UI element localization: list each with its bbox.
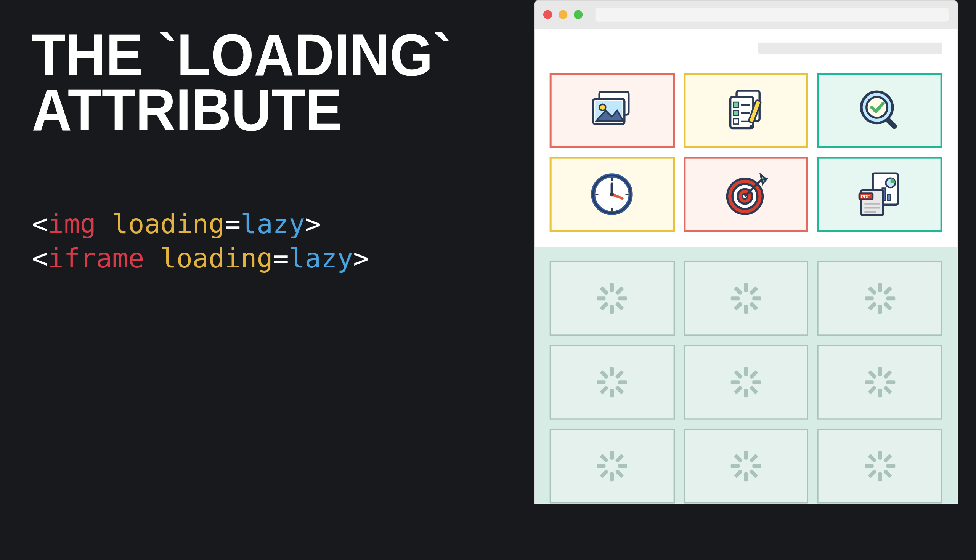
- browser-titlebar: [535, 1, 958, 28]
- address-bar: [595, 8, 949, 22]
- code-value-lazy: lazy: [289, 242, 353, 273]
- lazy-image-placeholder: [817, 261, 943, 336]
- zoom-icon: [574, 10, 583, 19]
- page-header-placeholder: [758, 43, 942, 54]
- loaded-image-card: PDF: [817, 157, 943, 232]
- svg-rect-6: [734, 102, 739, 107]
- loading-spinner-icon: [731, 283, 761, 313]
- lazy-images-grid: [550, 261, 943, 503]
- loading-spinner-icon: [597, 451, 628, 481]
- code-tag-iframe: iframe: [48, 242, 144, 273]
- lazy-image-placeholder: [550, 428, 675, 503]
- loading-spinner-icon: [731, 451, 761, 481]
- code-tag-img: img: [48, 208, 96, 240]
- close-icon: [543, 10, 552, 19]
- pdf-report-icon: PDF: [854, 168, 906, 220]
- svg-rect-16: [884, 117, 898, 130]
- heading-line-2: ATTRIBUTE: [32, 83, 486, 138]
- loaded-image-card: [684, 157, 809, 232]
- lazy-image-placeholder: [684, 428, 809, 503]
- lazy-image-placeholder: [550, 345, 675, 420]
- svg-text:PDF: PDF: [861, 194, 870, 200]
- clock-icon: [586, 168, 638, 220]
- loaded-image-card: [550, 73, 675, 148]
- browser-mockup: PDF: [534, 0, 958, 504]
- code-snippet: <img loading=lazy> <iframe loading=lazy>: [32, 207, 515, 275]
- loaded-image-card: [684, 73, 809, 148]
- code-attr-loading: loading: [112, 208, 224, 240]
- code-attr-loading: loading: [160, 242, 273, 273]
- loading-spinner-icon: [597, 367, 628, 397]
- svg-point-3: [600, 104, 606, 110]
- slide-heading: THE `LOADING` ATTRIBUTE: [32, 28, 486, 137]
- lazy-image-placeholder: [817, 428, 943, 503]
- svg-rect-8: [734, 119, 739, 124]
- lazy-image-placeholder: [684, 345, 809, 420]
- svg-rect-35: [887, 194, 890, 200]
- target-icon: [720, 168, 772, 220]
- loading-spinner-icon: [597, 283, 628, 313]
- checklist-icon: [720, 85, 772, 137]
- lazy-image-placeholder: [817, 345, 943, 420]
- lazy-image-placeholder: [684, 261, 809, 336]
- svg-point-25: [610, 192, 614, 197]
- code-value-lazy: lazy: [241, 208, 305, 240]
- browser-viewport: PDF: [535, 28, 958, 503]
- loaded-images-grid: PDF: [550, 73, 943, 232]
- lazy-image-placeholder: [550, 261, 675, 336]
- search-check-icon: [854, 85, 906, 137]
- loading-spinner-icon: [731, 367, 761, 397]
- heading-line-1: THE `LOADING`: [32, 28, 486, 83]
- minimize-icon: [558, 10, 567, 19]
- loading-spinner-icon: [865, 451, 895, 481]
- svg-point-15: [866, 97, 887, 118]
- below-fold-section: [535, 247, 958, 503]
- loaded-image-card: [817, 73, 943, 148]
- photos-icon: [586, 85, 638, 137]
- svg-rect-7: [734, 110, 739, 116]
- loading-spinner-icon: [865, 283, 895, 313]
- loaded-image-card: [550, 157, 675, 232]
- loading-spinner-icon: [865, 367, 895, 397]
